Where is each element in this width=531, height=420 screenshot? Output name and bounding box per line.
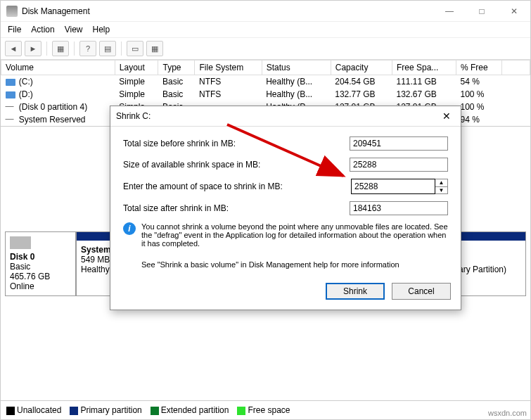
menu-file[interactable]: File <box>8 25 21 34</box>
field-total-before: 209451 <box>350 136 448 151</box>
menubar: File Action View Help <box>1 22 530 38</box>
menu-action[interactable]: Action <box>31 25 54 34</box>
cell-pct: 100 % <box>456 101 501 113</box>
col-volume[interactable]: Volume <box>1 61 115 75</box>
drive-icon <box>6 91 15 98</box>
col-layout[interactable]: Layout <box>115 61 158 75</box>
toolbar-separator <box>74 42 75 56</box>
shrink-button[interactable]: Shrink <box>326 283 385 300</box>
swatch-primary <box>70 407 78 415</box>
table-row[interactable]: (D:) Simple Basic NTFS Healthy (B... 132… <box>1 88 530 101</box>
cell-layout: Simple <box>115 75 158 89</box>
cell-free: 111.11 GB <box>392 75 456 89</box>
shrink-dialog: Shrink C: ✕ Total size before shrink in … <box>110 106 461 310</box>
cell-capacity: 204.54 GB <box>331 75 392 89</box>
legend-primary: Primary partition <box>70 405 141 415</box>
partition-icon <box>6 104 15 111</box>
table-row[interactable]: (C:) Simple Basic NTFS Healthy (B... 204… <box>1 75 530 89</box>
col-free[interactable]: Free Spa... <box>392 61 456 75</box>
col-capacity[interactable]: Capacity <box>331 61 392 75</box>
label-available: Size of available shrink space in MB: <box>123 160 350 170</box>
shrink-amount-stepper[interactable]: ▲ ▼ <box>351 179 448 194</box>
toolbar-btn-1[interactable]: ▦ <box>52 41 69 56</box>
disk-header[interactable]: Disk 0 Basic 465.76 GB Online <box>6 232 76 295</box>
cell-type: Basic <box>158 75 195 89</box>
toolbar-btn-4[interactable]: ▦ <box>146 41 163 56</box>
cell-volume: (Disk 0 partition 4) <box>19 102 87 112</box>
back-button[interactable]: ◄ <box>5 41 22 56</box>
disk-kind: Basic <box>10 262 71 272</box>
swatch-free <box>237 407 245 415</box>
shrink-amount-input[interactable] <box>351 179 435 194</box>
watermark: wsxdn.com <box>488 409 527 417</box>
partition-icon <box>6 117 15 124</box>
cell-pct: 94 % <box>456 113 501 126</box>
dialog-close-button[interactable]: ✕ <box>438 110 455 122</box>
disk-size: 465.76 GB <box>10 272 71 281</box>
legend-extended: Extended partition <box>151 405 229 415</box>
field-total-after: 184163 <box>350 201 448 215</box>
col-pct[interactable]: % Free <box>456 61 501 75</box>
swatch-unallocated <box>6 407 15 415</box>
toolbar-btn-2[interactable]: ▤ <box>99 41 116 56</box>
col-type[interactable]: Type <box>158 61 195 75</box>
dialog-titlebar: Shrink C: ✕ <box>110 106 461 127</box>
table-header-row: Volume Layout Type File System Status Ca… <box>1 61 530 75</box>
disk-name: Disk 0 <box>10 252 71 262</box>
cell-free: 132.67 GB <box>392 88 456 101</box>
swatch-extended <box>151 407 159 415</box>
menu-help[interactable]: Help <box>93 25 110 34</box>
toolbar-btn-3[interactable]: ▭ <box>127 41 143 56</box>
legend-unallocated: Unallocated <box>6 405 61 415</box>
cell-status: Healthy (B... <box>262 88 331 101</box>
cancel-button[interactable]: Cancel <box>392 283 451 300</box>
col-fs[interactable]: File System <box>195 61 262 75</box>
help-icon[interactable]: ? <box>79 41 96 56</box>
cell-volume: (C:) <box>19 77 33 87</box>
legend: Unallocated Primary partition Extended p… <box>1 400 530 419</box>
drive-icon <box>6 79 15 86</box>
cell-status: Healthy (B... <box>262 75 331 89</box>
cell-pct: 54 % <box>456 75 501 89</box>
spin-down-button[interactable]: ▼ <box>435 187 447 194</box>
col-status[interactable]: Status <box>262 61 331 75</box>
app-icon <box>6 6 18 17</box>
cell-capacity: 132.77 GB <box>331 88 392 101</box>
cell-fs: NTFS <box>195 88 262 101</box>
window-title: Disk Management <box>22 6 433 16</box>
label-total-before: Total size before shrink in MB: <box>123 139 350 148</box>
info-text-2: See "Shrink a basic volume" in Disk Mana… <box>141 260 399 269</box>
cell-layout: Simple <box>115 88 158 101</box>
toolbar: ◄ ► ▦ ? ▤ ▭ ▦ <box>1 38 530 60</box>
cell-volume: (D:) <box>19 89 33 99</box>
field-available: 25288 <box>350 158 448 172</box>
legend-free: Free space <box>237 405 290 415</box>
titlebar: Disk Management — □ ✕ <box>1 1 530 22</box>
forward-button[interactable]: ► <box>25 41 41 56</box>
close-button[interactable]: ✕ <box>498 1 530 22</box>
cell-volume: System Reserved <box>19 115 86 125</box>
spin-up-button[interactable]: ▲ <box>435 179 447 187</box>
toolbar-separator <box>46 42 47 56</box>
disk-state: Online <box>10 281 71 291</box>
label-enter-amount: Enter the amount of space to shrink in M… <box>123 182 351 191</box>
menu-view[interactable]: View <box>65 25 83 34</box>
dialog-title: Shrink C: <box>116 111 438 121</box>
info-text-1: You cannot shrink a volume beyond the po… <box>141 222 448 248</box>
maximize-button[interactable]: □ <box>466 1 498 22</box>
label-total-after: Total size after shrink in MB: <box>123 203 350 213</box>
cell-type: Basic <box>158 88 195 101</box>
cell-fs: NTFS <box>195 75 262 89</box>
toolbar-separator <box>121 42 122 56</box>
cell-pct: 100 % <box>456 88 501 101</box>
disk-icon <box>10 236 31 249</box>
info-icon: i <box>123 222 136 235</box>
minimize-button[interactable]: — <box>433 1 466 22</box>
